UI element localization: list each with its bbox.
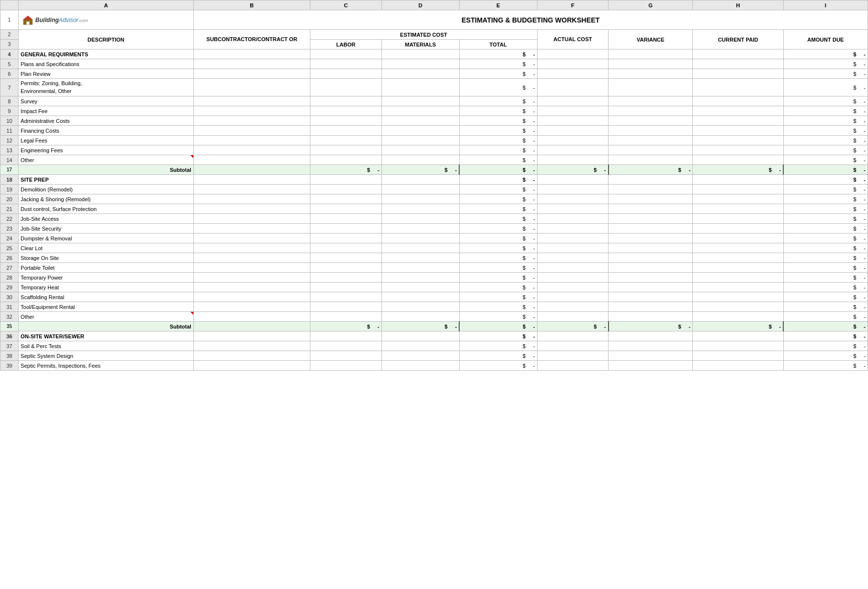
item-dust-control[interactable]: Dust control, Surface Protection [19, 204, 194, 214]
row-14: 14 Other $ - $ - [0, 155, 868, 165]
col-b-header[interactable]: B [193, 0, 310, 10]
row-37: 37 Soil & Perc Tests $ - $ - [0, 341, 868, 351]
labor-header: LABOR [310, 40, 382, 49]
row-3-num: 3 [0, 40, 19, 49]
item-plan-review[interactable]: Plan Review [19, 69, 194, 79]
corner-cell [0, 0, 19, 10]
row-5: 5 Plans and Specifications $ - $ - [0, 59, 868, 69]
row-1-num: 1 [0, 10, 19, 30]
item-septic-design[interactable]: Septic System Design [19, 351, 194, 361]
general-h4[interactable] [693, 49, 783, 59]
row-8: 8 Survey $ - $ - [0, 96, 868, 106]
row-35-subtotal: 35 Subtotal $ - $ - $ - $ - $ - $ - $ - [0, 322, 868, 331]
svg-rect-2 [26, 22, 29, 24]
general-f4[interactable] [537, 49, 609, 59]
item-legal-fees[interactable]: Legal Fees [19, 136, 194, 145]
row-9: 9 Impact Fee $ - $ - [0, 106, 868, 116]
row-30: 30 Scaffolding Rental $ - $ - [0, 292, 868, 302]
item-dumpster[interactable]: Dumpster & Removal [19, 234, 194, 243]
row-12: 12 Legal Fees $ - $ - [0, 136, 868, 145]
item-job-site-access[interactable]: Job-Site Access [19, 214, 194, 224]
item-portable-toilet[interactable]: Portable Toilet [19, 263, 194, 273]
item-jacking[interactable]: Jacking & Shoring (Remodel) [19, 194, 194, 204]
total-header: TOTAL [459, 40, 537, 49]
row-28: 28 Temporary Power $ - $ - [0, 273, 868, 283]
spreadsheet: A B C D E F G H I 1 [0, 0, 868, 589]
item-storage[interactable]: Storage On Site [19, 253, 194, 263]
subtotal-1-label: Subtotal [19, 165, 194, 175]
current-paid-header: CURRENT PAID [693, 30, 783, 49]
item-other-2[interactable]: Other [19, 312, 194, 322]
materials-header: MATERIALS [381, 40, 459, 49]
row-21: 21 Dust control, Surface Protection $ - … [0, 204, 868, 214]
row-26: 26 Storage On Site $ - $ - [0, 253, 868, 263]
item-job-site-security[interactable]: Job-Site Security [19, 224, 194, 234]
svg-marker-1 [23, 16, 33, 20]
col-a-header[interactable]: A [19, 0, 194, 10]
col-g-header[interactable]: G [609, 0, 693, 10]
row-2-num: 2 [0, 30, 19, 40]
logo-text: BuildingAdvisor.com [35, 17, 88, 24]
general-e4[interactable]: $ - [459, 49, 537, 59]
row-27: 27 Portable Toilet $ - $ - [0, 263, 868, 273]
item-permits[interactable]: Permits: Zoning, Building,Environmental,… [19, 79, 194, 96]
col-i-header[interactable]: I [783, 0, 868, 10]
item-impact-fee[interactable]: Impact Fee [19, 106, 194, 116]
section-general-header: 4 GENERAL REQUIRMENTS $ - $ - [0, 49, 868, 59]
general-b4[interactable] [193, 49, 310, 59]
item-demolition[interactable]: Demolition (Remodel) [19, 185, 194, 194]
title-row: 1 BuildingAdvisor.com ESTIMATING & BUDGE… [0, 10, 868, 30]
row-22: 22 Job-Site Access $ - $ - [0, 214, 868, 224]
general-c4[interactable] [310, 49, 382, 59]
section-site-prep-header: 18 SITE PREP $ - $ - [0, 175, 868, 185]
col-f-header[interactable]: F [537, 0, 609, 10]
header-row-2: 2 DESCRIPTION SUBCONTRACTOR/CONTRACT OR … [0, 30, 868, 40]
row-10: 10 Administrative Costs $ - $ - [0, 116, 868, 126]
row-32: 32 Other $ - $ - [0, 312, 868, 322]
item-temp-power[interactable]: Temporary Power [19, 273, 194, 283]
variance-header: VARIANCE [609, 30, 693, 49]
row-25: 25 Clear Lot $ - $ - [0, 243, 868, 253]
row-17-subtotal: 17 Subtotal $ - $ - $ - $ - $ - $ - $ - [0, 165, 868, 175]
worksheet-title: ESTIMATING & BUDGETING WORKSHEET [193, 10, 868, 30]
col-c-header[interactable]: C [310, 0, 382, 10]
item-engineering[interactable]: Engineering Fees [19, 145, 194, 155]
col-h-header[interactable]: H [693, 0, 783, 10]
item-plans-specs[interactable]: Plans and Specifications [19, 59, 194, 69]
item-survey[interactable]: Survey [19, 96, 194, 106]
item-scaffolding[interactable]: Scaffolding Rental [19, 292, 194, 302]
row-11: 11 Financing Costs $ - $ - [0, 126, 868, 136]
general-g4[interactable] [609, 49, 693, 59]
row-23: 23 Job-Site Security $ - $ - [0, 224, 868, 234]
subcontractor-header: SUBCONTRACTOR/CONTRACT OR [193, 30, 310, 49]
general-section-label: GENERAL REQUIRMENTS [19, 49, 194, 59]
row-6: 6 Plan Review $ - $ - [0, 69, 868, 79]
actual-cost-header: ACTUAL COST [537, 30, 609, 49]
logo-cell: BuildingAdvisor.com [19, 10, 194, 30]
general-d4[interactable] [381, 49, 459, 59]
item-clear-lot[interactable]: Clear Lot [19, 243, 194, 253]
description-header: DESCRIPTION [19, 30, 194, 49]
site-prep-section-label: SITE PREP [19, 175, 194, 185]
subtotal-2-label: Subtotal [19, 322, 194, 331]
onsite-water-section-label: ON-SITE WATER/SEWER [19, 331, 194, 341]
item-soil-perc[interactable]: Soil & Perc Tests [19, 341, 194, 351]
row-13: 13 Engineering Fees $ - $ - [0, 145, 868, 155]
item-admin-costs[interactable]: Administrative Costs [19, 116, 194, 126]
general-i4[interactable]: $ - [783, 49, 868, 59]
row-19: 19 Demolition (Remodel) $ - $ - [0, 185, 868, 194]
item-other-1[interactable]: Other [19, 155, 194, 165]
item-tool-rental[interactable]: Tool/Equipment Rental [19, 302, 194, 312]
estimated-cost-header: ESTIMATED COST [310, 30, 538, 40]
item-financing[interactable]: Financing Costs [19, 126, 194, 136]
item-temp-heat[interactable]: Temporary Heat [19, 283, 194, 292]
col-d-header[interactable]: D [381, 0, 459, 10]
item-septic-permits[interactable]: Septic Permits, Inspections, Fees [19, 361, 194, 371]
row-7: 7 Permits: Zoning, Building,Environmenta… [0, 79, 868, 96]
col-e-header[interactable]: E [459, 0, 537, 10]
row-39: 39 Septic Permits, Inspections, Fees $ -… [0, 361, 868, 371]
worksheet-table: A B C D E F G H I 1 [0, 0, 868, 371]
row-20: 20 Jacking & Shoring (Remodel) $ - $ - [0, 194, 868, 204]
row-29: 29 Temporary Heat $ - $ - [0, 283, 868, 292]
row-24: 24 Dumpster & Removal $ - $ - [0, 234, 868, 243]
